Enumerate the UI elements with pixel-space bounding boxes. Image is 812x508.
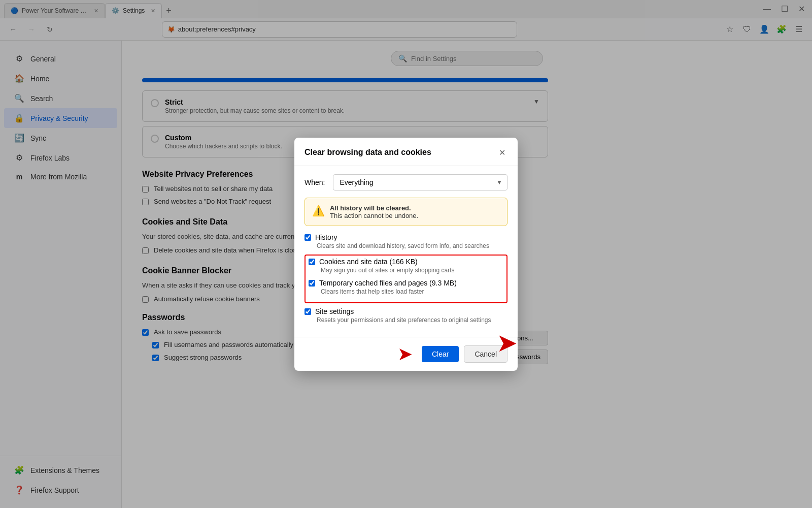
history-label[interactable]: History <box>304 233 507 241</box>
cache-label[interactable]: Temporary cached files and pages (9.3 MB… <box>309 279 503 287</box>
cookies-label-content: Cookies and site data (166 KB) <box>319 258 418 266</box>
history-desc: Clears site and download history, saved … <box>317 242 507 249</box>
when-label: When: <box>304 178 325 186</box>
warning-icon: ⚠️ <box>312 205 325 217</box>
when-select-wrapper: Everything Last hour Last two hours Last… <box>333 174 507 190</box>
warning-box: ⚠️ All history will be cleared. This act… <box>304 198 507 226</box>
highlight-box: Cookies and site data (166 KB) May sign … <box>304 255 507 303</box>
cookies-cb-title: Cookies and site data (166 KB) <box>319 258 418 266</box>
when-select[interactable]: Everything Last hour Last two hours Last… <box>333 174 507 190</box>
cache-title: Temporary cached files and pages (9.3 MB… <box>319 279 457 287</box>
modal-body: When: Everything Last hour Last two hour… <box>294 166 518 337</box>
site-settings-label[interactable]: Site settings <box>304 307 507 315</box>
history-checkbox[interactable] <box>304 234 311 241</box>
cache-label-content: Temporary cached files and pages (9.3 MB… <box>319 279 457 287</box>
warning-line1: All history will be cleared. <box>330 204 418 212</box>
cache-desc: Clears items that help sites load faster <box>321 288 503 295</box>
history-checkbox-item: History Clears site and download history… <box>304 233 507 249</box>
when-row: When: Everything Last hour Last two hour… <box>304 174 507 190</box>
modal-title: Clear browsing data and cookies <box>304 148 431 157</box>
footer-arrow: ➤ <box>397 343 413 365</box>
site-settings-desc: Resets your permissions and site prefere… <box>317 316 507 324</box>
red-arrow: ➤ <box>496 330 518 356</box>
modal-dialog: Clear browsing data and cookies ✕ When: … <box>294 138 518 371</box>
history-label-content: History <box>315 233 337 241</box>
clear-button[interactable]: Clear <box>422 346 459 362</box>
site-settings-label-content: Site settings <box>315 307 354 315</box>
modal-header: Clear browsing data and cookies ✕ <box>294 138 518 166</box>
site-settings-title: Site settings <box>315 307 354 315</box>
cookies-checkbox-item: Cookies and site data (166 KB) May sign … <box>309 258 503 274</box>
cookies-label[interactable]: Cookies and site data (166 KB) <box>309 258 503 266</box>
footer-arrow-icon: ➤ <box>397 343 413 365</box>
history-title: History <box>315 233 337 241</box>
modal-overlay: ➤ Clear browsing data and cookies ✕ When… <box>0 0 812 508</box>
arrow-annotation: ➤ <box>496 330 518 356</box>
cookies-cb-desc: May sign you out of sites or empty shopp… <box>321 267 503 274</box>
cache-checkbox[interactable] <box>309 280 315 287</box>
warning-line2: This action cannot be undone. <box>330 212 418 219</box>
cache-checkbox-item: Temporary cached files and pages (9.3 MB… <box>309 279 503 295</box>
site-settings-checkbox[interactable] <box>304 308 311 315</box>
modal-footer: ➤ Clear Cancel <box>294 337 518 371</box>
modal-close-button[interactable]: ✕ <box>497 146 507 160</box>
site-settings-checkbox-item: Site settings Resets your permissions an… <box>304 307 507 324</box>
warning-text: All history will be cleared. This action… <box>330 204 418 219</box>
cookies-checkbox[interactable] <box>309 259 315 265</box>
